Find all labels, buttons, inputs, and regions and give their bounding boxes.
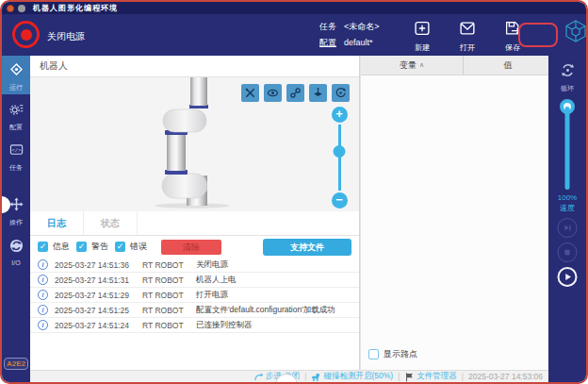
filter-error-checkbox[interactable]: [115, 242, 125, 252]
window-minimize-icon[interactable]: [18, 5, 25, 12]
speed-slider-track[interactable]: [565, 107, 570, 190]
show-waypoints-label: 显示路点: [384, 348, 417, 360]
log-entry[interactable]: 2025-03-27 14:51:36 RT ROBOT 关闭电源: [30, 258, 359, 273]
view-zoom-control: [331, 107, 348, 209]
run-icon: [9, 62, 24, 80]
operate-icon: [9, 197, 24, 215]
log-tabs: 日志 状态: [30, 211, 359, 236]
log-entry[interactable]: 2025-03-27 14:51:25 RT ROBOT 配置文件'defaul…: [30, 303, 359, 318]
collision-icon: [311, 372, 321, 382]
eye-icon[interactable]: [264, 84, 282, 102]
variables-column-label: 变量: [400, 59, 416, 72]
log-source: RT ROBOT: [142, 321, 196, 330]
filter-info-checkbox[interactable]: [38, 242, 48, 252]
log-source: RT ROBOT: [142, 306, 196, 315]
config-row: 配置default*: [319, 35, 380, 51]
window-close-icon[interactable]: [7, 5, 14, 12]
log-entry[interactable]: 2025-03-27 14:51:24 RT ROBOT 已连接到控制器: [30, 318, 359, 333]
filter-info-label: 信息: [53, 241, 70, 253]
speed-label: 速度: [548, 203, 586, 213]
config-value: default*: [344, 38, 373, 47]
show-waypoints-row: 显示路点: [368, 348, 417, 360]
zoom-out-button[interactable]: [332, 192, 348, 209]
tab-log[interactable]: 日志: [30, 211, 84, 235]
file-manager-label: 文件管理器: [416, 371, 457, 382]
info-icon: [38, 275, 48, 285]
log-time: 2025-03-27 14:51:25: [55, 306, 142, 315]
log-message: 机器人上电: [196, 275, 237, 286]
info-icon: [38, 305, 48, 315]
sidebar-item-label: 操作: [9, 218, 23, 227]
zoom-slider-thumb[interactable]: [334, 145, 346, 158]
power-label: 关闭电源: [47, 30, 85, 43]
clear-button[interactable]: 清除: [161, 240, 221, 255]
window-title: 机器人图形化编程环境: [33, 3, 118, 13]
config-icon: [9, 102, 24, 120]
collision-label: 碰撞检测开启(50%): [323, 371, 393, 382]
freedrive-icon[interactable]: [309, 84, 327, 102]
sidebar-item-task[interactable]: </> 任务: [2, 142, 30, 173]
open-button[interactable]: 打开: [450, 20, 484, 53]
variables-header: 变量 值: [361, 56, 552, 75]
log-entry[interactable]: 2025-03-27 14:51:29 RT ROBOT 打开电源: [30, 288, 359, 303]
stop-icon: [561, 245, 575, 259]
collision-detection-toggle[interactable]: 碰撞检测开启(50%): [311, 371, 393, 382]
task-config-info: 任务<未命名> 配置default*: [319, 19, 380, 51]
file-manager-icon: [404, 372, 415, 382]
robot-3d-viewport[interactable]: [30, 77, 359, 211]
task-row: 任务<未命名>: [319, 19, 380, 35]
filter-error-label: 错误: [130, 241, 147, 253]
log-source: RT ROBOT: [142, 260, 196, 270]
filter-warning-checkbox[interactable]: [76, 242, 87, 252]
svg-text:</>: </>: [11, 147, 22, 154]
loop-button[interactable]: 循环: [548, 61, 586, 93]
variables-column-header[interactable]: 变量: [361, 56, 464, 75]
value-column-header[interactable]: 值: [464, 56, 552, 75]
config-label[interactable]: 配置: [319, 38, 336, 47]
log-list: 2025-03-27 14:51:36 RT ROBOT 关闭电源 2025-0…: [30, 258, 359, 333]
play-button[interactable]: [558, 267, 578, 287]
variables-panel: 变量 值 显示路点: [361, 56, 552, 370]
play-icon: [561, 270, 575, 284]
task-icon: </>: [9, 142, 24, 160]
left-sidebar: 运行 配置 </> 任务 操作 I/O A2E2: [2, 56, 30, 382]
file-manager-button[interactable]: 文件管理器: [404, 371, 457, 382]
separator: |: [462, 372, 464, 381]
stop-button[interactable]: [558, 242, 578, 262]
log-message: 已连接到控制器: [196, 320, 253, 331]
log-panel: 日志 状态 信息 警告 错误 清除 支持文件 2025-03-27 14:51:…: [30, 211, 360, 370]
open-button-label: 打开: [460, 42, 475, 53]
zoom-slider-track[interactable]: [338, 125, 341, 191]
speed-percent: 100%: [548, 193, 586, 202]
step-forward-button[interactable]: [558, 218, 578, 238]
loop-label: 循环: [548, 84, 586, 93]
power-button[interactable]: [12, 21, 40, 48]
joints-icon[interactable]: [286, 84, 304, 102]
sidebar-item-config[interactable]: 配置: [2, 102, 30, 132]
reset-view-icon[interactable]: [332, 84, 350, 102]
estop-indicator[interactable]: [518, 23, 558, 47]
sort-caret-icon: [419, 61, 424, 69]
log-entry[interactable]: 2025-03-27 14:51:31 RT ROBOT 机器人上电: [30, 273, 359, 288]
log-time: 2025-03-27 14:51:24: [55, 321, 142, 330]
task-value: <未命名>: [344, 22, 380, 31]
show-waypoints-checkbox[interactable]: [368, 349, 379, 359]
zoom-in-button[interactable]: [332, 107, 348, 123]
sidebar-item-run[interactable]: 运行: [2, 56, 30, 94]
tools-icon[interactable]: [241, 84, 259, 102]
new-button[interactable]: 新建: [405, 20, 439, 53]
step-mode-icon: [253, 372, 264, 382]
task-label: 任务: [319, 22, 336, 31]
save-button-label: 保存: [505, 42, 520, 53]
robot-panel-title: 机器人: [30, 56, 359, 77]
top-toolbar: 关闭电源 任务<未命名> 配置default* 新建 打开: [2, 14, 586, 56]
right-sidebar: 循环 100% 速度: [548, 56, 586, 382]
tab-status[interactable]: 状态: [84, 211, 138, 235]
io-icon: [9, 239, 24, 257]
log-time: 2025-03-27 14:51:29: [55, 291, 142, 300]
loop-icon: [559, 66, 577, 82]
sidebar-item-io[interactable]: I/O: [2, 239, 30, 266]
support-files-button[interactable]: 支持文件: [263, 239, 351, 256]
sidebar-item-label: 配置: [9, 123, 23, 132]
log-message: 关闭电源: [196, 259, 228, 271]
